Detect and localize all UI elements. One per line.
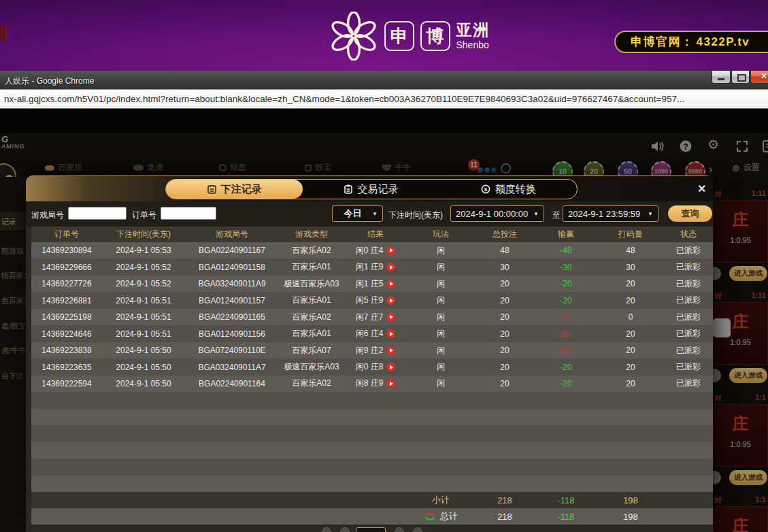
cell-order: 14369223838 xyxy=(31,346,102,355)
cell-win: -30 xyxy=(535,263,597,272)
col-order: 订单号 xyxy=(31,229,102,240)
total-turnover: 198 xyxy=(597,512,664,522)
table-header: 订单号 下注时间(美东) 游戏局号 游戏类型 结果 玩法 总投注 输赢 打码量 … xyxy=(31,227,713,242)
col-play: 玩法 xyxy=(407,229,475,240)
table-row[interactable]: 14369222594 2024-9-1 05:50 BGA0224090116… xyxy=(31,376,713,392)
close-modal-button[interactable]: ✕ xyxy=(697,182,706,195)
cell-win: 0 xyxy=(535,312,597,322)
cell-win: -20 xyxy=(535,379,597,388)
cell-win: -20 xyxy=(535,363,597,372)
col-win: 输赢 xyxy=(535,229,597,240)
window-titlebar[interactable] xyxy=(0,71,768,90)
table-row[interactable]: 14369224646 2024-9-1 05:51 BGA0124090115… xyxy=(31,325,713,342)
cell-result: 闲9 庄2 xyxy=(344,345,407,356)
cell-bet: 20 xyxy=(475,296,535,305)
window-title: 人娱乐 - Google Chrome xyxy=(5,76,94,87)
table-row-empty xyxy=(31,476,713,492)
pagination-page-input[interactable] xyxy=(356,527,386,532)
cell-game: 极速百家乐A03 xyxy=(279,278,344,290)
cell-time: 2024-9-1 05:51 xyxy=(102,329,185,339)
replay-play-button[interactable] xyxy=(386,280,395,288)
time-to-select[interactable]: 2024-9-1 23:59:59▼ xyxy=(563,205,658,222)
tab-transactions[interactable]: 交易记录 xyxy=(303,180,439,199)
bet-records-icon xyxy=(207,184,216,194)
pagination-next-button[interactable] xyxy=(395,527,404,532)
replay-play-button[interactable] xyxy=(386,346,395,355)
tab-bet-records[interactable]: 下注记录 xyxy=(166,180,303,199)
cell-game: 百家乐A02 xyxy=(279,245,344,256)
cell-play: 闲 xyxy=(407,295,475,306)
order-no-label: 订单号 xyxy=(132,210,156,221)
cell-status: 已派彩 xyxy=(664,261,713,273)
cell-game: 百家乐A01 xyxy=(279,295,344,306)
replay-play-button[interactable] xyxy=(386,296,395,305)
cell-status: 已派彩 xyxy=(664,378,713,389)
table-row-empty xyxy=(31,425,713,442)
col-game: 游戏类型 xyxy=(279,229,344,240)
subtotal-label: 小计 xyxy=(407,494,475,506)
cell-round: BGA02240901165 xyxy=(185,312,279,322)
tab-credit-transfer[interactable]: $ 额度转换 xyxy=(440,180,577,199)
order-no-input[interactable] xyxy=(161,207,216,220)
pagination-last-button[interactable] xyxy=(413,527,422,532)
close-window-icon: ✕ xyxy=(751,71,768,81)
pagination-prev-button[interactable] xyxy=(340,527,350,532)
cell-round: BGA01240901158 xyxy=(185,263,279,272)
table-row[interactable]: 14369229666 2024-9-1 05:52 BGA0124090115… xyxy=(31,259,713,275)
cell-round: BGA0724090110E xyxy=(185,346,279,355)
cell-result: 闲8 庄9 xyxy=(344,378,407,389)
cell-result: 闲7 庄7 xyxy=(344,312,407,323)
address-bar[interactable]: nx-ali.gqjcxs.com/h5V01/pc/index.html?re… xyxy=(0,89,768,109)
cell-round: BGA032409011A9 xyxy=(185,279,279,288)
maximize-button[interactable] xyxy=(731,71,750,84)
date-range-select[interactable]: 今日▼ xyxy=(332,205,383,222)
cell-win: 20 xyxy=(535,329,597,339)
official-site-pill[interactable]: 申博官网： 4322P.tv xyxy=(614,31,768,53)
replay-play-button[interactable] xyxy=(386,263,395,271)
minimize-button[interactable] xyxy=(712,71,731,84)
cell-status: 已派彩 xyxy=(664,295,713,306)
replay-play-button[interactable] xyxy=(386,379,395,388)
cell-round: BGA01240901156 xyxy=(185,329,279,339)
cell-result: 闲1 庄5 xyxy=(344,278,407,290)
table-row[interactable]: 14369225198 2024-9-1 05:51 BGA0224090116… xyxy=(31,309,713,325)
replay-play-button[interactable] xyxy=(386,363,395,371)
cell-turnover: 30 xyxy=(597,263,664,272)
table-row[interactable]: 14369223838 2024-9-1 05:50 BGA0724090110… xyxy=(31,342,713,359)
close-window-button[interactable]: ✕ xyxy=(750,71,768,84)
table-row[interactable]: 14369223635 2024-9-1 05:50 BGA032409011A… xyxy=(31,359,713,375)
replay-play-button[interactable] xyxy=(386,329,395,338)
logo-char-bo: 博 xyxy=(420,21,450,51)
table-row-empty xyxy=(31,459,713,475)
chevron-down-icon: ▼ xyxy=(372,211,378,217)
cell-status: 已派彩 xyxy=(664,361,713,373)
refresh-swap-icon[interactable] xyxy=(424,512,435,521)
cell-time: 2024-9-1 05:50 xyxy=(102,363,185,372)
cell-time: 2024-9-1 05:51 xyxy=(102,296,185,305)
replay-play-button[interactable] xyxy=(386,246,395,255)
cell-turnover: 20 xyxy=(597,296,664,305)
cell-turnover: 20 xyxy=(597,329,664,339)
table-row-empty xyxy=(31,409,713,425)
game-round-input[interactable] xyxy=(68,207,127,220)
logo-region-text: 亚洲 xyxy=(456,22,490,38)
cell-turnover: 48 xyxy=(597,246,664,255)
chevron-down-icon: ▼ xyxy=(533,211,539,217)
table-row[interactable]: 14369227726 2024-9-1 05:52 BGA032409011A… xyxy=(31,276,713,292)
cell-bet: 20 xyxy=(475,379,535,388)
modal-header: 下注记录 交易记录 $ 额度转换 xyxy=(26,176,713,201)
time-from-select[interactable]: 2024-9-1 00:00:00▼ xyxy=(450,205,544,222)
maximize-icon xyxy=(737,74,746,82)
cell-bet: 20 xyxy=(475,346,535,355)
logo-name-text: Shenbo xyxy=(456,40,490,50)
official-site-label: 申博官网： xyxy=(631,34,694,50)
replay-play-button[interactable] xyxy=(386,313,395,322)
search-button[interactable]: 查询 xyxy=(668,205,712,222)
pagination-first-button[interactable] xyxy=(322,527,331,532)
game-round-label: 游戏局号 xyxy=(31,210,64,221)
table-body: 14369230894 2024-9-1 05:53 BGA0224090116… xyxy=(31,242,713,492)
table-row[interactable]: 14369226881 2024-9-1 05:51 BGA0124090115… xyxy=(31,292,713,308)
table-row[interactable]: 14369230894 2024-9-1 05:53 BGA0224090116… xyxy=(31,242,713,259)
cell-win: -48 xyxy=(535,246,597,255)
black-strip xyxy=(0,109,768,133)
